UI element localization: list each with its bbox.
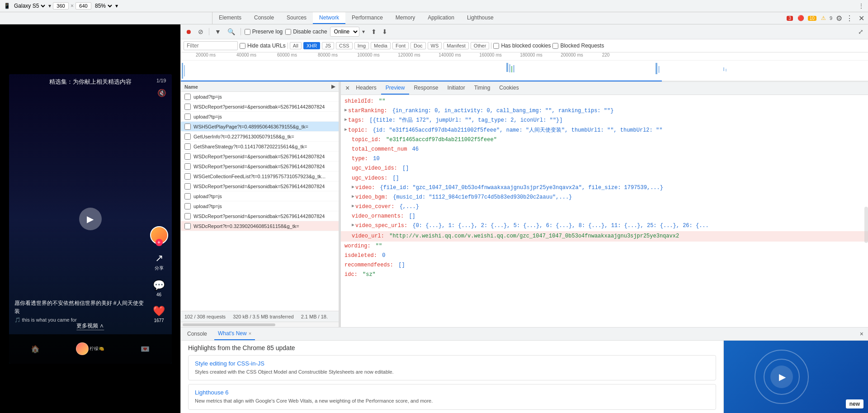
bottom-tab-console[interactable]: Console — [184, 328, 211, 340]
tab-preview[interactable]: Preview — [381, 82, 410, 95]
width-input[interactable]: 360 — [53, 2, 69, 9]
update-card-css-in-js[interactable]: Style editing for CSS-in-JS Styles creat… — [188, 355, 716, 380]
detail-scrollbar[interactable] — [864, 207, 868, 243]
has-blocked-label[interactable]: Has blocked cookies — [493, 43, 551, 49]
tab-application[interactable]: Application — [421, 12, 461, 24]
filter-input[interactable] — [184, 41, 238, 50]
row-checkbox[interactable] — [184, 94, 191, 100]
more-devtools-icon[interactable]: ⋮ — [846, 14, 853, 23]
disable-cache-checkbox[interactable] — [285, 29, 291, 35]
filter-js[interactable]: JS — [322, 42, 334, 49]
blocked-req-label[interactable]: Blocked Requests — [552, 43, 604, 49]
search-icon-button[interactable]: 🔍 — [226, 27, 237, 36]
hide-data-urls-label[interactable]: Hide data URLs — [240, 43, 286, 49]
row-checkbox[interactable] — [184, 213, 191, 219]
export-button[interactable]: ⬇ — [380, 27, 389, 36]
disable-cache-label[interactable]: Disable cache — [285, 28, 327, 35]
expand-video[interactable]: ▶ — [352, 184, 354, 191]
row-checkbox[interactable] — [184, 153, 191, 160]
expand-tags[interactable]: ▶ — [344, 116, 347, 123]
throttle-select[interactable]: Online — [330, 27, 359, 37]
detail-close-button[interactable]: × — [344, 84, 351, 92]
tab-console[interactable]: Console — [248, 12, 280, 24]
table-row-selected[interactable]: WSH5GetPlayPage?t=0.4899506463679155&g_t… — [181, 122, 339, 132]
row-checkbox[interactable] — [184, 183, 191, 190]
filter-font[interactable]: Font — [392, 42, 409, 49]
preserve-log-label[interactable]: Preserve log — [245, 28, 283, 35]
avatar[interactable]: + — [150, 226, 168, 244]
expand-videocover[interactable]: ▶ — [352, 203, 354, 210]
whatsnew-close[interactable]: × — [249, 331, 251, 336]
tab-sources[interactable]: Sources — [280, 12, 313, 24]
bottom-tab-whatsnew[interactable]: What's New × — [214, 328, 255, 340]
table-row[interactable]: WSDcReport?personid=&personidbak=5267961… — [181, 181, 339, 191]
hide-data-urls-checkbox[interactable] — [240, 43, 245, 49]
row-checkbox[interactable] — [184, 203, 191, 209]
share-action[interactable]: ↗ 分享 — [155, 252, 164, 271]
horizontal-scrollbar[interactable] — [181, 322, 339, 327]
row-checkbox[interactable] — [184, 163, 191, 170]
blocked-req-checkbox[interactable] — [552, 43, 558, 49]
tab-elements[interactable]: Elements — [212, 12, 248, 24]
record-button[interactable]: ⏺ — [184, 27, 193, 36]
table-row[interactable]: WSDcReport?personid=&personidbak=5267961… — [181, 152, 339, 161]
tab-initiator[interactable]: Initiator — [443, 82, 469, 95]
tab-headers[interactable]: Headers — [351, 82, 381, 95]
filter-xhr[interactable]: XHR — [303, 42, 320, 49]
update-card-lighthouse[interactable]: Lighthouse 6 New metrics that align with… — [188, 384, 716, 409]
tab-timing[interactable]: Timing — [470, 82, 495, 95]
row-checkbox[interactable] — [184, 143, 191, 150]
filter-all[interactable]: All — [290, 42, 302, 49]
has-blocked-checkbox[interactable] — [493, 43, 499, 49]
tab-network[interactable]: Network — [313, 12, 345, 24]
bottom-close-button[interactable]: × — [858, 329, 865, 338]
nav-home[interactable]: 🏠 — [31, 345, 40, 353]
more-videos-btn[interactable]: 更多视频 ∧ — [76, 322, 104, 330]
filter-manifest[interactable]: Manifest — [443, 42, 469, 49]
filter-ws[interactable]: WS — [428, 42, 442, 49]
table-row[interactable]: upload?tp=js — [181, 201, 339, 211]
scrollbar-thumb[interactable] — [183, 323, 275, 326]
row-checkbox[interactable] — [184, 133, 191, 140]
table-body[interactable]: upload?tp=js WSDcReport?personid=&person… — [181, 92, 339, 311]
nav-message[interactable]: 💌 — [141, 345, 150, 353]
row-checkbox[interactable] — [184, 104, 191, 110]
tab-response[interactable]: Response — [409, 82, 443, 95]
import-button[interactable]: ⬆ — [369, 27, 378, 36]
follow-plus[interactable]: + — [156, 239, 163, 246]
row-checkbox[interactable] — [184, 114, 191, 120]
stop-button[interactable]: ⊘ — [196, 27, 205, 36]
row-checkbox[interactable] — [184, 193, 191, 199]
zoom-select[interactable]: 85% — [93, 2, 113, 9]
table-row[interactable]: GetUserInfo?t=0.22779613005079158&g_tk= — [181, 132, 339, 142]
row-checkbox[interactable] — [184, 223, 191, 229]
timeline-area[interactable]: 20000 ms 40000 ms 60000 ms 80000 ms 1000… — [181, 52, 868, 82]
row-checkbox[interactable] — [184, 173, 191, 180]
device-selector[interactable]: 📱 Galaxy S5 ▾ — [4, 2, 51, 9]
expand-icon[interactable]: ⤢ — [856, 27, 865, 36]
table-row-highlighted[interactable]: WSDcReport?t=0.323902046085161158&g_tk= — [181, 221, 339, 231]
comment-action[interactable]: 💬 46 — [153, 280, 165, 297]
device-select[interactable]: Galaxy S5 — [12, 2, 47, 9]
youtube-thumbnail[interactable]: ▶ new — [724, 341, 868, 413]
table-row[interactable]: upload?tp=js — [181, 191, 339, 201]
expand-starranking[interactable]: ▶ — [344, 107, 347, 114]
expand-topic[interactable]: ▶ — [344, 126, 347, 133]
table-row[interactable]: upload?tp=js — [181, 112, 339, 122]
table-row[interactable]: WSDcReport?personid=&personidbak=5267961… — [181, 211, 339, 221]
tab-lighthouse[interactable]: Lighthouse — [461, 12, 500, 24]
row-checkbox[interactable] — [184, 123, 191, 130]
height-input[interactable]: 640 — [75, 2, 91, 9]
tab-memory[interactable]: Memory — [389, 12, 421, 24]
table-row[interactable]: WSGetCollectionFeedList?t=0.119795757310… — [181, 171, 339, 181]
preserve-log-checkbox[interactable] — [245, 29, 250, 35]
expand-videobgm[interactable]: ▶ — [352, 193, 354, 200]
filter-img[interactable]: Img — [354, 42, 369, 49]
settings-icon[interactable]: ⚙ — [836, 14, 842, 23]
filter-doc[interactable]: Doc — [410, 42, 426, 49]
table-row[interactable]: WSDcReport?personid=&personidbak=5267961… — [181, 102, 339, 112]
filter-other[interactable]: Other — [471, 42, 490, 49]
table-row[interactable]: upload?tp=js — [181, 92, 339, 102]
table-row[interactable]: GetShareStrategy?t=0.11417087202215614&g… — [181, 142, 339, 152]
mute-icon[interactable]: 🔇 — [157, 89, 166, 97]
